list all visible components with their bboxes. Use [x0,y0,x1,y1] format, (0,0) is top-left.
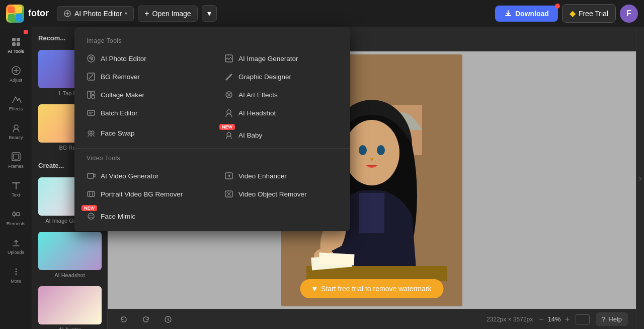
sidebar-item-frames[interactable]: Frames [2,146,30,174]
graphic-designer-icon [224,72,233,81]
ai-headshot-icon [224,108,233,117]
user-avatar[interactable]: F [620,5,638,23]
svg-point-35 [88,213,94,219]
free-trial-label: Free Trial [579,10,608,18]
svg-point-15 [15,269,17,270]
ai-editor-label: AI Photo Editor [74,10,122,18]
sidebar-item-beauty[interactable]: Beauty [2,117,30,145]
open-image-label: Open Image [152,10,191,18]
dropdown-item-ai-baby[interactable]: NEW AI Baby [212,122,350,144]
ai-art-effects-icon [224,90,233,99]
svg-rect-2 [8,14,15,21]
uploads-icon [11,237,22,248]
panel-thumb-4[interactable]: AI Headshot [32,228,107,282]
face-mimic-label: Face Mimic [101,213,135,220]
dropdown-item-face-mimic[interactable]: NEW Face Mimic [74,203,212,225]
help-icon: ? [602,315,605,323]
notification-dot [555,4,560,9]
sidebar-item-more[interactable]: More [2,261,30,289]
ai-editor-button[interactable]: AI Photo Editor ▾ [57,6,134,21]
sidebar-item-text[interactable]: Text [2,175,30,203]
thumb-image-5 [38,286,102,324]
sidebar-icons: AI Tools Adjust Effects Beauty [0,27,32,329]
more-label: More [11,279,21,284]
text-label: Text [12,192,20,198]
chevron-down-icon: ▾ [125,11,127,16]
free-trial-button[interactable]: ◆ Free Trial [562,4,616,23]
dropdown-item-batch-editor[interactable]: Batch Editor [74,104,212,122]
view-toggle-button[interactable] [576,314,590,324]
sidebar-item-adjust[interactable]: Adjust [2,60,30,88]
video-enhancer-icon [224,171,233,180]
canvas-dimensions: 2322px × 3572px [487,316,533,323]
sidebar-item-ai-tools[interactable]: AI Tools [2,31,30,59]
dropdown-item-ai-image-generator[interactable]: AI Image Generator [212,49,350,68]
sidebar-notification-dot [24,30,28,34]
face-mimic-new-badge: NEW [82,205,97,211]
download-label: Download [515,10,549,18]
svg-rect-26 [88,110,95,115]
svg-point-13 [13,213,16,216]
undo-button[interactable] [116,311,132,327]
dropdown-item-face-swap[interactable]: Face Swap [74,122,212,144]
svg-rect-7 [12,42,16,46]
svg-point-17 [15,274,17,275]
ai-tools-icon [11,36,22,47]
thumb-caption-5: AI Avatar [38,326,101,329]
svg-rect-23 [92,91,95,94]
svg-rect-33 [88,191,95,196]
svg-rect-5 [12,38,16,41]
svg-point-48 [377,145,385,155]
dropdown-item-video-object-remover[interactable]: Video Object Remover [212,185,350,203]
help-label: Help [608,315,622,323]
ai-photo-editor-icon [87,54,96,63]
download-button[interactable]: Download [495,6,558,22]
dropdown-item-graphic-designer[interactable]: Graphic Designer [212,68,350,86]
thumb-image-4 [38,232,102,270]
zoom-in-button[interactable]: + [565,315,570,324]
video-tools-section: Video Tools AI Video Generator Video Enh… [74,148,350,225]
video-object-remover-icon [224,189,233,199]
svg-rect-24 [92,95,95,98]
image-tools-grid: AI Photo Editor AI Image Generator BG Re… [74,49,350,144]
batch-editor-icon [87,108,96,117]
dropdown-item-ai-video-generator[interactable]: AI Video Generator [74,167,212,185]
ai-baby-icon [224,130,233,140]
sidebar-item-uploads[interactable]: Uploads [2,232,30,260]
sidebar-item-elements[interactable]: Elements [2,204,30,231]
dropdown-item-ai-art-effects[interactable]: AI Art Effects [212,86,350,104]
elements-label: Elements [7,221,26,226]
bg-remover-icon [87,72,96,81]
svg-rect-54 [318,252,354,266]
ai-art-effects-label: AI Art Effects [238,91,278,99]
dropdown-item-bg-remover[interactable]: BG Remover [74,68,212,86]
zoom-out-button[interactable]: − [539,315,543,324]
dropdown-item-ai-photo-editor[interactable]: AI Photo Editor [74,49,212,68]
zoom-controls: − 14% + [539,315,570,324]
history-button[interactable] [160,311,176,327]
help-button[interactable]: ? Help [596,312,628,326]
right-panel-handle[interactable]: › [636,27,644,329]
svg-rect-1 [16,7,22,13]
sidebar-item-effects[interactable]: Effects [2,89,30,116]
dropdown-item-video-enhancer[interactable]: Video Enhancer [212,167,350,185]
redo-button[interactable] [138,311,154,327]
frames-label: Frames [8,164,24,169]
video-enhancer-label: Video Enhancer [238,172,287,180]
zoom-level: 14% [548,315,561,323]
ai-video-generator-label: AI Video Generator [101,172,158,180]
dropdown-item-collage-maker[interactable]: Collage Maker [74,86,212,104]
panel-thumb-5[interactable]: AI Avatar [32,282,107,329]
svg-point-36 [90,215,91,216]
download-icon [504,10,512,18]
open-image-button[interactable]: + Open Image [138,6,197,22]
watermark-bar[interactable]: ♥ Start free trial to remove watermark [300,279,444,298]
video-object-remover-label: Video Object Remover [238,190,307,198]
open-image-dropdown[interactable]: ▾ [202,5,217,22]
svg-rect-0 [8,7,15,13]
dropdown-menu: Image Tools AI Photo Editor AI Image Gen… [74,27,350,231]
dropdown-item-ai-headshot[interactable]: AI Headshot [212,104,350,122]
heart-icon: ♥ [312,284,317,293]
dropdown-item-portrait-video-bg-remover[interactable]: Portrait Video BG Remover [74,185,212,203]
beauty-label: Beauty [9,135,23,140]
